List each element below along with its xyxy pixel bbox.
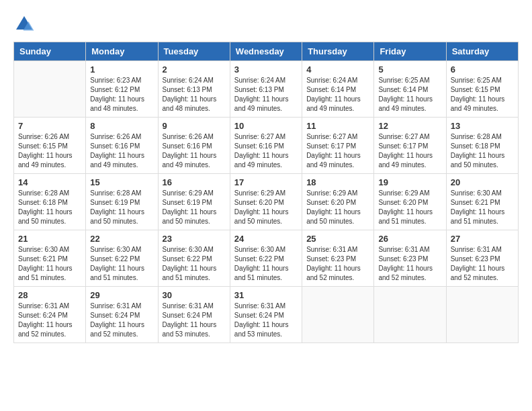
calendar-cell: 25Sunrise: 6:31 AM Sunset: 6:23 PM Dayli…	[302, 230, 374, 287]
day-info: Sunrise: 6:29 AM Sunset: 6:20 PM Dayligh…	[234, 189, 298, 226]
day-info: Sunrise: 6:24 AM Sunset: 6:13 PM Dayligh…	[234, 76, 298, 113]
calendar-cell	[302, 287, 374, 343]
day-number: 27	[451, 234, 514, 244]
day-info: Sunrise: 6:24 AM Sunset: 6:14 PM Dayligh…	[306, 76, 369, 113]
calendar-header-saturday: Saturday	[446, 42, 518, 61]
day-info: Sunrise: 6:27 AM Sunset: 6:17 PM Dayligh…	[378, 132, 441, 170]
calendar-cell: 14Sunrise: 6:28 AM Sunset: 6:18 PM Dayli…	[14, 174, 86, 230]
calendar-cell: 4Sunrise: 6:24 AM Sunset: 6:14 PM Daylig…	[302, 61, 374, 118]
calendar-cell: 11Sunrise: 6:27 AM Sunset: 6:17 PM Dayli…	[302, 118, 374, 174]
day-info: Sunrise: 6:28 AM Sunset: 6:19 PM Dayligh…	[90, 189, 153, 226]
day-number: 23	[163, 234, 226, 244]
day-info: Sunrise: 6:30 AM Sunset: 6:22 PM Dayligh…	[163, 245, 226, 283]
day-info: Sunrise: 6:28 AM Sunset: 6:18 PM Dayligh…	[18, 189, 81, 226]
calendar-week-row: 14Sunrise: 6:28 AM Sunset: 6:18 PM Dayli…	[14, 174, 519, 230]
day-number: 31	[234, 290, 298, 300]
day-info: Sunrise: 6:31 AM Sunset: 6:23 PM Dayligh…	[378, 245, 441, 283]
day-info: Sunrise: 6:26 AM Sunset: 6:16 PM Dayligh…	[163, 132, 226, 170]
logo	[13, 13, 38, 35]
calendar-cell: 31Sunrise: 6:31 AM Sunset: 6:24 PM Dayli…	[230, 287, 302, 343]
day-info: Sunrise: 6:27 AM Sunset: 6:17 PM Dayligh…	[306, 132, 369, 170]
day-info: Sunrise: 6:30 AM Sunset: 6:22 PM Dayligh…	[234, 245, 298, 283]
calendar-cell: 17Sunrise: 6:29 AM Sunset: 6:20 PM Dayli…	[230, 174, 302, 230]
day-info: Sunrise: 6:31 AM Sunset: 6:24 PM Dayligh…	[234, 302, 298, 339]
calendar-cell: 9Sunrise: 6:26 AM Sunset: 6:16 PM Daylig…	[158, 118, 230, 174]
calendar-header-tuesday: Tuesday	[158, 42, 230, 61]
day-info: Sunrise: 6:25 AM Sunset: 6:15 PM Dayligh…	[451, 76, 514, 113]
day-number: 30	[163, 290, 226, 300]
day-number: 5	[378, 64, 441, 75]
calendar-cell: 18Sunrise: 6:29 AM Sunset: 6:20 PM Dayli…	[302, 174, 374, 230]
day-number: 24	[234, 234, 298, 244]
day-number: 3	[234, 64, 298, 75]
calendar-cell: 5Sunrise: 6:25 AM Sunset: 6:14 PM Daylig…	[374, 61, 446, 118]
calendar-cell: 12Sunrise: 6:27 AM Sunset: 6:17 PM Dayli…	[374, 118, 446, 174]
day-number: 20	[451, 177, 514, 187]
day-number: 22	[90, 234, 153, 244]
calendar-cell: 30Sunrise: 6:31 AM Sunset: 6:24 PM Dayli…	[158, 287, 230, 343]
day-info: Sunrise: 6:29 AM Sunset: 6:20 PM Dayligh…	[378, 189, 441, 226]
day-info: Sunrise: 6:30 AM Sunset: 6:21 PM Dayligh…	[451, 189, 514, 226]
day-number: 4	[306, 64, 369, 75]
calendar-cell: 22Sunrise: 6:30 AM Sunset: 6:22 PM Dayli…	[86, 230, 158, 287]
day-info: Sunrise: 6:29 AM Sunset: 6:20 PM Dayligh…	[306, 189, 369, 226]
day-info: Sunrise: 6:26 AM Sunset: 6:16 PM Dayligh…	[90, 132, 153, 170]
calendar-cell	[374, 287, 446, 343]
calendar-header-friday: Friday	[374, 42, 446, 61]
day-number: 21	[18, 234, 81, 244]
calendar-week-row: 21Sunrise: 6:30 AM Sunset: 6:21 PM Dayli…	[14, 230, 519, 287]
page-header	[13, 13, 519, 35]
calendar-cell: 20Sunrise: 6:30 AM Sunset: 6:21 PM Dayli…	[446, 174, 518, 230]
day-number: 19	[378, 177, 441, 187]
day-number: 6	[451, 64, 514, 75]
calendar-week-row: 7Sunrise: 6:26 AM Sunset: 6:15 PM Daylig…	[14, 118, 519, 174]
calendar-header-monday: Monday	[86, 42, 158, 61]
calendar-week-row: 1Sunrise: 6:23 AM Sunset: 6:12 PM Daylig…	[14, 61, 519, 118]
day-number: 29	[90, 290, 153, 300]
calendar-cell: 24Sunrise: 6:30 AM Sunset: 6:22 PM Dayli…	[230, 230, 302, 287]
day-info: Sunrise: 6:28 AM Sunset: 6:18 PM Dayligh…	[451, 132, 514, 170]
day-info: Sunrise: 6:31 AM Sunset: 6:24 PM Dayligh…	[18, 302, 81, 339]
day-info: Sunrise: 6:27 AM Sunset: 6:16 PM Dayligh…	[234, 132, 298, 170]
day-number: 7	[18, 121, 81, 131]
day-info: Sunrise: 6:24 AM Sunset: 6:13 PM Dayligh…	[163, 76, 226, 113]
calendar-header-wednesday: Wednesday	[230, 42, 302, 61]
day-info: Sunrise: 6:30 AM Sunset: 6:22 PM Dayligh…	[90, 245, 153, 283]
day-number: 18	[306, 177, 369, 187]
calendar-header-row: SundayMondayTuesdayWednesdayThursdayFrid…	[14, 42, 519, 61]
logo-icon	[13, 13, 35, 35]
day-info: Sunrise: 6:26 AM Sunset: 6:15 PM Dayligh…	[18, 132, 81, 170]
day-number: 25	[306, 234, 369, 244]
day-info: Sunrise: 6:30 AM Sunset: 6:21 PM Dayligh…	[18, 245, 81, 283]
calendar-cell: 15Sunrise: 6:28 AM Sunset: 6:19 PM Dayli…	[86, 174, 158, 230]
calendar-cell: 16Sunrise: 6:29 AM Sunset: 6:19 PM Dayli…	[158, 174, 230, 230]
calendar-cell: 29Sunrise: 6:31 AM Sunset: 6:24 PM Dayli…	[86, 287, 158, 343]
calendar-cell	[446, 287, 518, 343]
calendar-cell: 7Sunrise: 6:26 AM Sunset: 6:15 PM Daylig…	[14, 118, 86, 174]
day-number: 17	[234, 177, 298, 187]
calendar-cell: 1Sunrise: 6:23 AM Sunset: 6:12 PM Daylig…	[86, 61, 158, 118]
calendar-cell: 26Sunrise: 6:31 AM Sunset: 6:23 PM Dayli…	[374, 230, 446, 287]
calendar-cell	[14, 61, 86, 118]
calendar-cell: 3Sunrise: 6:24 AM Sunset: 6:13 PM Daylig…	[230, 61, 302, 118]
day-number: 14	[18, 177, 81, 187]
day-number: 8	[90, 121, 153, 131]
day-number: 1	[90, 64, 153, 75]
calendar-cell: 6Sunrise: 6:25 AM Sunset: 6:15 PM Daylig…	[446, 61, 518, 118]
day-number: 13	[451, 121, 514, 131]
calendar-header-thursday: Thursday	[302, 42, 374, 61]
calendar-header-sunday: Sunday	[14, 42, 86, 61]
day-number: 9	[163, 121, 226, 131]
day-info: Sunrise: 6:31 AM Sunset: 6:23 PM Dayligh…	[451, 245, 514, 283]
calendar-cell: 23Sunrise: 6:30 AM Sunset: 6:22 PM Dayli…	[158, 230, 230, 287]
calendar-cell: 2Sunrise: 6:24 AM Sunset: 6:13 PM Daylig…	[158, 61, 230, 118]
day-number: 16	[163, 177, 226, 187]
calendar-table: SundayMondayTuesdayWednesdayThursdayFrid…	[13, 42, 519, 343]
calendar-cell: 8Sunrise: 6:26 AM Sunset: 6:16 PM Daylig…	[86, 118, 158, 174]
calendar-week-row: 28Sunrise: 6:31 AM Sunset: 6:24 PM Dayli…	[14, 287, 519, 343]
calendar-cell: 27Sunrise: 6:31 AM Sunset: 6:23 PM Dayli…	[446, 230, 518, 287]
day-info: Sunrise: 6:31 AM Sunset: 6:24 PM Dayligh…	[90, 302, 153, 339]
day-number: 10	[234, 121, 298, 131]
day-number: 11	[306, 121, 369, 131]
day-info: Sunrise: 6:31 AM Sunset: 6:24 PM Dayligh…	[163, 302, 226, 339]
